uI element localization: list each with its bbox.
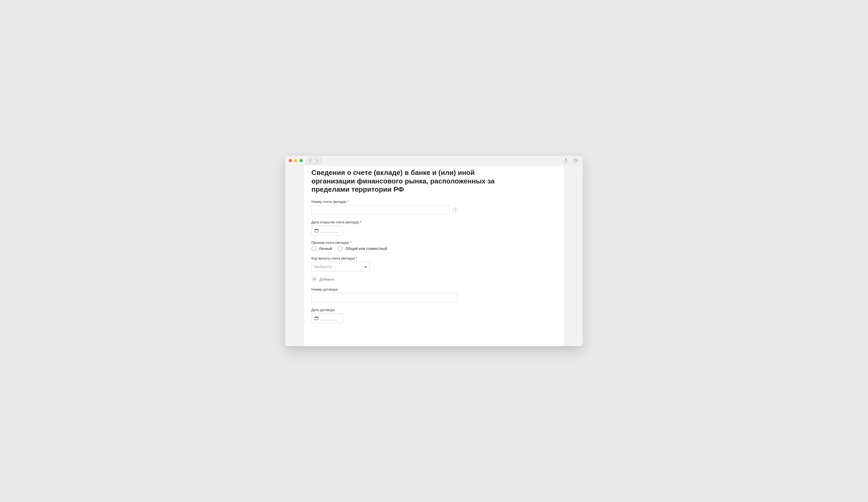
contract-number-input[interactable] <box>311 293 458 303</box>
radio-circle-icon <box>311 246 316 251</box>
account-number-label: Номер счета (вклада) * <box>311 200 557 204</box>
contract-number-label: Номер договора <box>311 287 557 291</box>
app-window: Сведения о счете (вкладе) в банке и (или… <box>285 156 583 346</box>
svg-rect-4 <box>317 229 318 230</box>
radio-circle-icon <box>338 246 343 251</box>
currency-placeholder: Выберите <box>314 264 332 269</box>
account-number-input[interactable] <box>311 205 450 215</box>
svg-rect-0 <box>574 160 576 162</box>
contract-date-label: Дата договора <box>311 308 557 312</box>
open-date-field: Дата открытия счета (вклада) * __.__.___… <box>311 220 557 235</box>
window-titlebar <box>285 156 583 165</box>
radio-personal-label: Личный <box>319 247 332 251</box>
add-label: Добавить <box>319 277 334 281</box>
plus-circle-icon <box>312 277 317 282</box>
help-icon[interactable]: ? <box>453 208 458 212</box>
contract-date-input[interactable]: __.__.____ <box>311 313 343 323</box>
svg-rect-8 <box>317 317 318 317</box>
currency-select[interactable]: Выберите <box>311 262 370 271</box>
radio-shared-label: Общий или совместный <box>345 247 387 251</box>
contract-date-field: Дата договора __.__.____ <box>311 308 557 323</box>
minimize-window-button[interactable] <box>294 159 297 162</box>
back-button[interactable] <box>307 158 313 164</box>
tabs-button[interactable] <box>572 157 579 164</box>
nav-buttons <box>306 157 321 164</box>
form-canvas: Сведения о счете (вкладе) в банке и (или… <box>304 165 564 346</box>
page-title: Сведения о счете (вкладе) в банке и (или… <box>311 169 516 194</box>
tabs-icon <box>574 159 577 162</box>
radio-shared[interactable]: Общий или совместный <box>338 246 387 251</box>
titlebar-right <box>562 157 579 164</box>
account-number-field: Номер счета (вклада) * ? <box>311 200 557 215</box>
svg-rect-2 <box>315 229 318 230</box>
chevron-left-icon <box>309 159 311 162</box>
currency-field: Код валюты счета (вклада) * Выберите <box>311 256 557 271</box>
calendar-icon <box>314 316 319 321</box>
contract-number-field: Номер договора <box>311 287 557 303</box>
svg-rect-6 <box>315 317 318 318</box>
maximize-window-button[interactable] <box>299 159 303 162</box>
content-area: Сведения о счете (вкладе) в банке и (или… <box>285 165 583 346</box>
open-date-label: Дата открытия счета (вклада) * <box>311 220 557 224</box>
chevron-right-icon <box>316 159 318 162</box>
close-window-button[interactable] <box>289 159 292 162</box>
currency-label: Код валюты счета (вклада) * <box>311 256 557 260</box>
forward-button[interactable] <box>314 158 320 164</box>
share-button[interactable] <box>562 157 570 164</box>
radio-personal[interactable]: Личный <box>311 246 332 251</box>
open-date-input[interactable]: __.__.____ <box>311 226 343 235</box>
account-type-field: Признак счета (вклада) * Личный Общий ил… <box>311 241 557 251</box>
window-controls <box>289 159 303 162</box>
account-type-label: Признак счета (вклада) * <box>311 241 557 244</box>
add-currency-button[interactable]: Добавить <box>312 277 557 282</box>
calendar-icon <box>314 228 319 233</box>
open-date-placeholder: __.__.____ <box>321 229 338 233</box>
contract-date-placeholder: __.__.____ <box>321 316 338 321</box>
share-icon <box>564 159 568 163</box>
chevron-down-icon <box>364 264 367 269</box>
